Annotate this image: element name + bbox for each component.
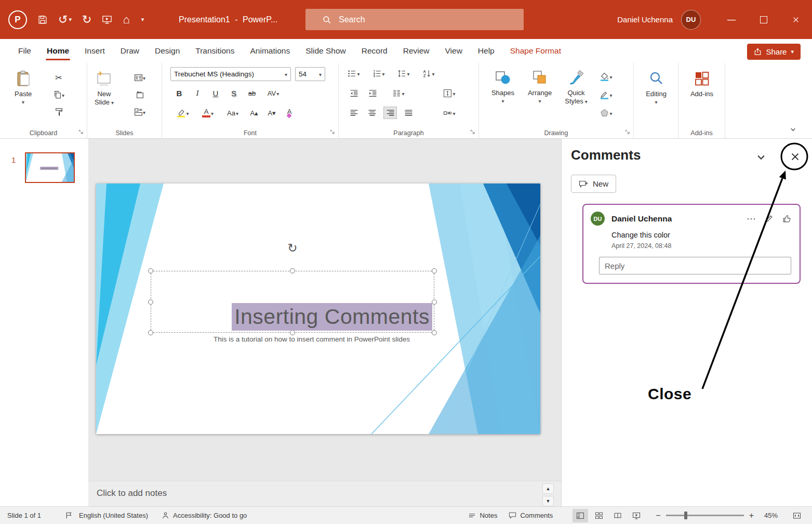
- justify-button[interactable]: [402, 107, 415, 119]
- tab-transitions[interactable]: Transitions: [188, 39, 242, 63]
- fit-to-window-button[interactable]: [789, 509, 805, 522]
- font-name-select[interactable]: Trebuchet MS (Headings) ▾: [170, 67, 291, 81]
- notes-toggle-button[interactable]: Notes: [468, 512, 497, 519]
- slide-subtitle[interactable]: This is a tutorial on how to insert comm…: [190, 335, 434, 343]
- resize-handle-middle-right[interactable]: [432, 299, 437, 305]
- paste-chevron-icon[interactable]: ▾: [22, 99, 24, 106]
- editing-button[interactable]: Editing ▾: [641, 70, 672, 106]
- quick-styles-button[interactable]: Quick Styles▾: [560, 69, 592, 106]
- resize-handle-top-center[interactable]: [290, 268, 295, 273]
- notes-placeholder[interactable]: Click to add notes: [97, 488, 167, 499]
- comment-like-button[interactable]: [782, 214, 791, 223]
- sort-button[interactable]: ▾: [422, 67, 435, 80]
- align-right-button[interactable]: [383, 107, 397, 119]
- drawing-dialog-launcher[interactable]: [624, 129, 631, 135]
- tab-record[interactable]: Record: [354, 39, 395, 63]
- format-painter-button[interactable]: [52, 106, 65, 118]
- slide-title-text[interactable]: Inserting Comments: [232, 303, 432, 331]
- zoom-level[interactable]: 45%: [759, 512, 778, 519]
- user-name[interactable]: Daniel Uchenna: [617, 15, 673, 24]
- view-shortcut-button[interactable]: ⌂: [123, 14, 129, 25]
- save-button[interactable]: [37, 15, 48, 25]
- minimize-button[interactable]: —: [715, 0, 748, 39]
- share-button[interactable]: Share ▾: [747, 44, 801, 60]
- line-spacing-button[interactable]: ▾: [397, 67, 410, 80]
- comment-card[interactable]: DU Daniel Uchenna ⋯ Change this color Ap…: [582, 204, 801, 284]
- addins-button[interactable]: Add-ins: [686, 70, 717, 98]
- search-box[interactable]: Search: [305, 9, 524, 30]
- section-button[interactable]: ▾: [133, 106, 147, 118]
- shape-fill-button[interactable]: ▾: [600, 70, 613, 83]
- arrange-button[interactable]: Arrange ▾: [524, 69, 556, 105]
- slide-canvas[interactable]: This is a tutorial on how to insert comm…: [88, 139, 561, 506]
- tab-review[interactable]: Review: [395, 39, 437, 63]
- strikethrough-button[interactable]: ab: [245, 87, 259, 99]
- paste-button[interactable]: Paste ▾: [15, 70, 32, 106]
- zoom-slider[interactable]: [666, 515, 744, 516]
- new-slide-button[interactable]: New Slide▾: [95, 70, 114, 107]
- cut-button[interactable]: ✂: [52, 71, 65, 84]
- tab-design[interactable]: Design: [147, 39, 188, 63]
- notes-pane[interactable]: Click to add notes ▲ ▼: [88, 481, 561, 506]
- shapes-button[interactable]: Shapes ▾: [487, 69, 518, 105]
- zoom-out-button[interactable]: −: [656, 511, 660, 520]
- change-case-button[interactable]: Aa▾: [222, 107, 243, 119]
- collapse-ribbon-button[interactable]: [790, 126, 796, 133]
- underline-button[interactable]: U: [209, 87, 222, 99]
- language-indicator[interactable]: English (United States): [79, 512, 148, 519]
- numbering-button[interactable]: ▾: [372, 67, 385, 80]
- resize-handle-bottom-right[interactable]: [432, 330, 437, 335]
- spell-check-button[interactable]: [65, 512, 73, 519]
- paragraph-dialog-launcher[interactable]: [470, 129, 476, 135]
- copy-button[interactable]: ▾: [52, 88, 65, 101]
- powerpoint-logo-icon[interactable]: P: [8, 10, 27, 29]
- text-direction-button[interactable]: ▾: [443, 87, 456, 99]
- comment-more-actions-button[interactable]: ⋯: [747, 214, 756, 224]
- slideshow-button[interactable]: [629, 509, 644, 522]
- slide-thumbnail[interactable]: [25, 152, 75, 183]
- redo-button[interactable]: ↻: [82, 14, 91, 25]
- comments-panel-close-button[interactable]: [789, 150, 802, 163]
- decrease-indent-button[interactable]: [347, 87, 361, 99]
- text-shadow-button[interactable]: S: [227, 87, 241, 99]
- convert-to-smartart-button[interactable]: ▾: [443, 107, 456, 119]
- align-center-button[interactable]: [365, 107, 379, 119]
- resize-handle-middle-left[interactable]: [148, 299, 153, 305]
- resize-handle-top-right[interactable]: [432, 268, 437, 273]
- bold-button[interactable]: B: [172, 87, 186, 99]
- tab-help[interactable]: Help: [470, 39, 502, 63]
- decrease-font-size-button[interactable]: A▾: [265, 107, 278, 119]
- tab-shape-format[interactable]: Shape Format: [502, 39, 569, 63]
- reset-slide-button[interactable]: [133, 88, 147, 101]
- customize-qat-button[interactable]: ▾: [140, 17, 144, 22]
- previous-slide-button[interactable]: ▲: [542, 483, 554, 494]
- comment-edit-button[interactable]: [765, 214, 774, 223]
- slide[interactable]: This is a tutorial on how to insert comm…: [96, 184, 540, 434]
- reading-view-button[interactable]: [610, 509, 625, 522]
- clear-formatting-button[interactable]: A: [283, 107, 296, 119]
- increase-font-size-button[interactable]: A▴: [247, 107, 261, 119]
- resize-handle-bottom-center[interactable]: [290, 330, 295, 335]
- tab-home[interactable]: Home: [39, 39, 77, 63]
- slide-layout-button[interactable]: ▾: [133, 71, 147, 84]
- zoom-in-button[interactable]: +: [749, 511, 754, 520]
- tab-insert[interactable]: Insert: [77, 39, 113, 63]
- slide-sorter-view-button[interactable]: [591, 509, 607, 522]
- zoom-slider-thumb[interactable]: [684, 512, 687, 519]
- font-dialog-launcher[interactable]: [329, 129, 336, 135]
- clipboard-dialog-launcher[interactable]: [78, 129, 84, 135]
- normal-view-button[interactable]: [573, 509, 588, 522]
- bullets-button[interactable]: ▾: [347, 67, 361, 80]
- new-comment-button[interactable]: New: [571, 175, 616, 193]
- start-presentation-button[interactable]: [102, 15, 112, 25]
- text-highlight-color-button[interactable]: ▾: [172, 107, 193, 119]
- window-close-button[interactable]: [780, 0, 812, 39]
- increase-indent-button[interactable]: [366, 87, 379, 99]
- shape-outline-button[interactable]: ▾: [600, 88, 613, 101]
- rotate-handle[interactable]: ↻: [286, 242, 299, 254]
- resize-handle-top-left[interactable]: [148, 268, 153, 273]
- comment-reply-input[interactable]: [599, 257, 791, 274]
- tab-view[interactable]: View: [437, 39, 470, 63]
- resize-handle-bottom-left[interactable]: [148, 330, 153, 335]
- character-spacing-button[interactable]: AV▾: [263, 87, 283, 99]
